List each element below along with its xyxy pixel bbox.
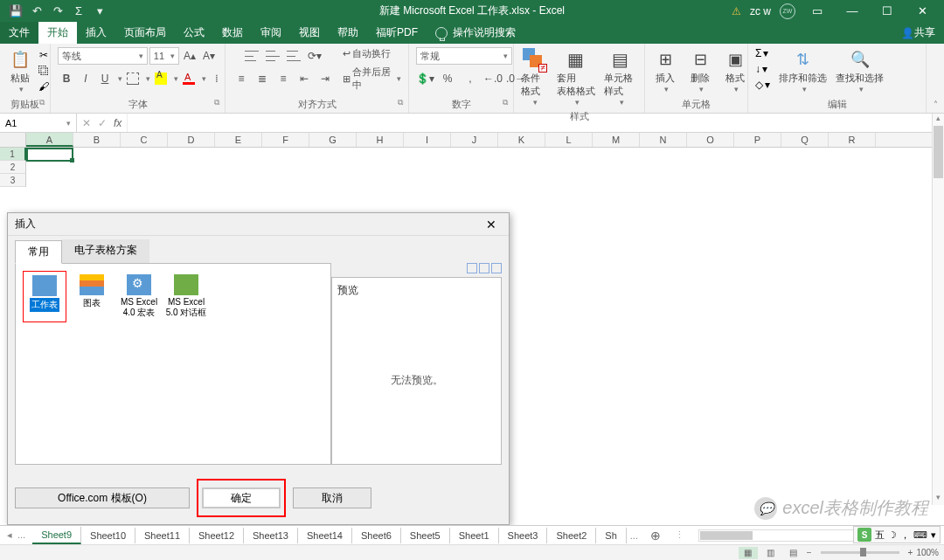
col-header[interactable]: L [545,133,593,147]
redo-icon[interactable]: ↷ [51,4,65,17]
cancel-button[interactable]: 取消 [293,487,371,508]
view-large-icons-icon[interactable] [467,263,477,273]
fill-color-button[interactable] [152,70,170,87]
template-worksheet[interactable]: 工作表 [23,271,66,322]
sheet-tab[interactable]: Sheet5 [401,528,450,543]
sheet-tab[interactable]: Sheet2 [547,528,596,543]
col-header[interactable]: O [687,133,734,147]
ok-button[interactable]: 确定 [202,487,281,508]
fill-button[interactable]: ↓ ▾ [755,63,767,75]
align-left-icon[interactable]: ≡ [233,70,250,87]
italic-button[interactable]: I [77,70,94,87]
conditional-format-button[interactable]: ≠条件格式▾ [517,45,552,108]
ime-punct-icon[interactable]: ， [900,529,910,542]
font-launcher-icon[interactable]: ⧉ [214,98,219,107]
dialog-close-icon[interactable]: ✕ [481,218,502,232]
sheet-nav-prev-icon[interactable]: ◂ [7,529,12,541]
ribbon-options-icon[interactable]: ▭ [804,4,830,17]
clipboard-launcher-icon[interactable]: ⧉ [39,98,45,107]
undo-icon[interactable]: ↶ [30,4,44,17]
increase-decimal-icon[interactable]: ←.0 [484,70,502,87]
ime-toolbar[interactable]: S 五 ☽ ， ⌨ ▾ [853,526,941,543]
sheet-tab[interactable]: Sheet10 [81,528,135,543]
align-top-icon[interactable] [243,47,260,65]
underline-button[interactable]: U [96,70,114,87]
wrap-text-button[interactable]: ↩ 自动换行 [343,47,391,60]
confirm-formula-icon[interactable]: ✓ [98,117,107,129]
hscroll-thumb[interactable] [700,531,753,540]
sheet-tab[interactable]: Sheet12 [190,528,244,543]
align-bottom-icon[interactable] [285,47,302,65]
user-avatar-icon[interactable]: ZW [780,3,795,19]
tab-layout[interactable]: 页面布局 [115,22,175,44]
row-header[interactable]: 2 [0,161,26,174]
sheet-more-right[interactable]: ... [627,530,642,541]
font-size-combo[interactable]: 11▾ [149,47,179,65]
col-header[interactable]: Q [781,133,829,147]
cancel-formula-icon[interactable]: ✕ [82,117,91,129]
scroll-up-icon[interactable]: ▴ [933,114,944,126]
col-header[interactable]: I [404,133,451,147]
template-dialog[interactable]: MS Excel 5.0 对话框 [164,271,208,322]
format-cells-button[interactable]: ▣格式▾ [718,45,752,95]
col-header[interactable]: N [640,133,687,147]
zoom-level[interactable]: 100% [916,548,939,557]
copy-icon[interactable]: ⿻ [38,65,49,77]
page-layout-view-icon[interactable]: ▥ [761,547,781,559]
view-list-icon[interactable] [479,263,489,273]
tab-file[interactable]: 文件 [0,22,38,44]
insert-cells-button[interactable]: ⊞插入▾ [649,45,682,95]
name-box[interactable]: A1▾ [0,114,77,132]
minimize-icon[interactable]: — [839,4,865,17]
sheet-tab[interactable]: Sheet14 [298,528,352,543]
ime-keyboard-icon[interactable]: ⌨ [913,529,927,541]
template-chart[interactable]: 图表 [70,271,114,322]
col-header[interactable]: F [262,133,309,147]
dialog-tab-sheets[interactable]: 电子表格方案 [62,239,149,263]
col-header[interactable]: G [309,133,357,147]
sort-filter-button[interactable]: ⇅排序和筛选▾ [775,45,830,95]
bold-button[interactable]: B [58,70,75,87]
office-templates-button[interactable]: Office.com 模板(O) [15,487,190,508]
delete-cells-button[interactable]: ⊟删除▾ [684,45,717,95]
sheet-tab[interactable]: Sh [596,528,626,543]
col-header[interactable]: E [215,133,262,147]
number-format-combo[interactable]: 常规▾ [416,47,512,65]
zoom-out-icon[interactable]: − [807,548,812,557]
qat-customize-icon[interactable]: ▾ [93,4,107,17]
vertical-scrollbar[interactable]: ▴ ▾ [932,114,944,505]
ime-moon-icon[interactable]: ☽ [888,529,897,541]
collapse-ribbon-icon[interactable]: ˄ [927,44,944,113]
sheet-tab[interactable]: Sheet11 [135,528,190,543]
col-header[interactable]: R [829,133,876,147]
warning-icon[interactable]: ⚠ [732,5,741,17]
close-icon[interactable]: ✕ [909,4,935,17]
scroll-thumb[interactable] [934,126,943,178]
col-header[interactable]: C [121,133,168,147]
sheet-tab[interactable]: Sheet1 [450,528,499,543]
dialog-titlebar[interactable]: 插入 ✕ [8,213,509,236]
dialog-tab-general[interactable]: 常用 [15,240,62,264]
align-center-icon[interactable]: ≣ [253,70,271,87]
increase-indent-icon[interactable]: ⇥ [316,70,334,87]
user-name[interactable]: zc w [750,5,771,17]
sheet-tab[interactable]: Sheet3 [499,528,548,543]
font-color-button[interactable] [180,70,198,87]
col-header[interactable]: H [357,133,404,147]
zoom-in-icon[interactable]: + [908,548,913,557]
active-cell[interactable] [26,148,73,162]
col-header[interactable]: K [498,133,545,147]
sheet-tab[interactable]: Sheet6 [352,528,401,543]
paste-button[interactable]: 📋 粘贴▾ [3,45,37,95]
tell-me[interactable]: 操作说明搜索 [427,22,524,44]
col-header[interactable]: P [734,133,781,147]
comma-format-icon[interactable]: , [462,70,479,87]
ime-name[interactable]: 五 [875,529,885,542]
cut-icon[interactable]: ✂ [39,49,48,61]
template-macro[interactable]: MS Excel 4.0 宏表 [117,271,161,322]
col-header[interactable]: B [73,133,121,147]
page-break-view-icon[interactable]: ▤ [784,547,803,559]
merge-center-button[interactable]: ⊞ 合并后居中 ▾ [343,66,401,92]
border-button[interactable] [124,70,142,87]
maximize-icon[interactable]: ☐ [874,4,900,17]
